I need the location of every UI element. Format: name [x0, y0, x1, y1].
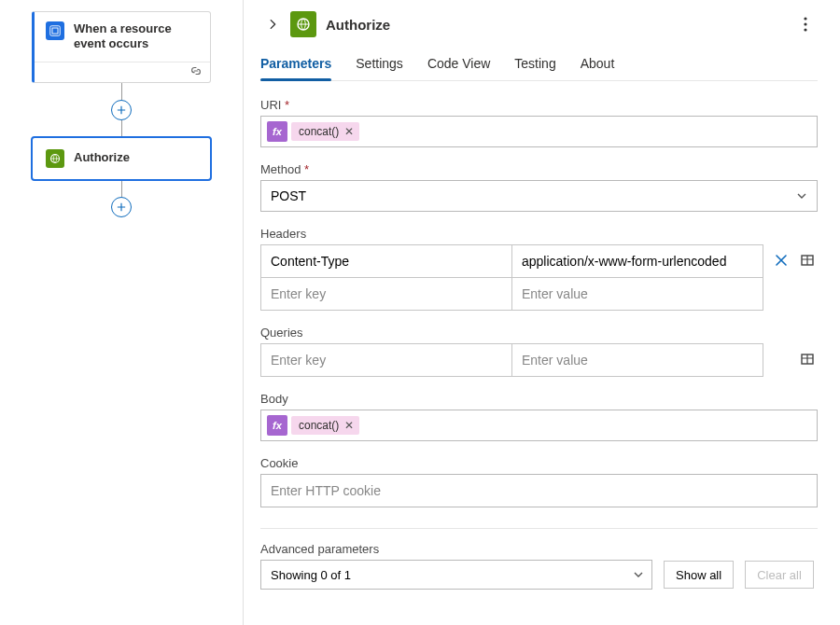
cookie-input[interactable] [260, 474, 818, 507]
clear-all-button: Clear all [745, 561, 814, 589]
tab-codeview[interactable]: Code View [427, 50, 490, 80]
tab-about[interactable]: About [581, 50, 615, 80]
query-value-input[interactable] [511, 343, 763, 377]
svg-rect-0 [50, 26, 61, 36]
toggle-query-mode-button[interactable] [797, 349, 818, 369]
more-options-button[interactable] [793, 12, 818, 36]
fx-icon: fx [267, 415, 287, 436]
remove-header-button[interactable] [771, 250, 791, 271]
uri-input[interactable]: fx concat() ✕ [260, 116, 818, 147]
tab-settings[interactable]: Settings [356, 50, 403, 80]
queries-label: Queries [260, 326, 818, 340]
header-value-input[interactable] [511, 277, 763, 311]
add-step-button-2[interactable] [111, 197, 132, 217]
query-row-empty [260, 343, 763, 377]
headers-label: Headers [260, 227, 818, 241]
header-row [260, 244, 763, 278]
link-icon [189, 64, 203, 80]
body-label: Body [260, 392, 818, 406]
body-input[interactable]: fx concat() ✕ [260, 410, 818, 441]
header-value-input[interactable] [511, 244, 763, 278]
tab-parameters[interactable]: Parameters [260, 50, 331, 80]
header-row-empty [260, 278, 763, 311]
show-all-button[interactable]: Show all [664, 561, 734, 589]
header-key-input[interactable] [260, 244, 512, 278]
remove-token-icon[interactable]: ✕ [344, 125, 354, 138]
node-authorize-title: Authorize [74, 150, 130, 165]
remove-token-icon[interactable]: ✕ [344, 419, 354, 432]
node-trigger-title: When a resource event occurs [74, 21, 199, 52]
fx-icon: fx [267, 121, 287, 142]
event-grid-icon [46, 21, 64, 40]
advanced-label: Advanced parameters [260, 542, 818, 556]
svg-point-4 [804, 17, 806, 20]
panel-tabs: Parameters Settings Code View Testing Ab… [260, 50, 818, 81]
method-label: Method * [260, 162, 818, 176]
header-key-input[interactable] [260, 277, 512, 311]
http-icon [290, 11, 316, 37]
divider [260, 528, 818, 529]
http-icon [46, 149, 64, 168]
add-step-button-1[interactable] [111, 100, 132, 120]
toggle-header-mode-button[interactable] [797, 250, 818, 271]
cookie-label: Cookie [260, 456, 818, 470]
uri-token[interactable]: concat() ✕ [291, 122, 359, 141]
node-trigger[interactable]: When a resource event occurs [32, 11, 211, 83]
svg-point-5 [804, 22, 806, 25]
workflow-canvas: When a resource event occurs Authorize [0, 0, 243, 625]
svg-point-6 [804, 28, 806, 31]
svg-rect-1 [52, 28, 58, 34]
method-select[interactable]: POST [260, 180, 818, 212]
query-key-input[interactable] [260, 343, 512, 377]
properties-panel: Authorize Parameters Settings Code View … [243, 0, 840, 625]
tab-testing[interactable]: Testing [514, 50, 555, 80]
panel-title: Authorize [326, 17, 793, 33]
uri-label: URI * [260, 98, 818, 112]
node-authorize[interactable]: Authorize [32, 137, 211, 180]
advanced-select[interactable]: Showing 0 of 1 [260, 560, 652, 590]
body-token[interactable]: concat() ✕ [291, 416, 359, 435]
collapse-panel-button[interactable] [260, 12, 285, 36]
